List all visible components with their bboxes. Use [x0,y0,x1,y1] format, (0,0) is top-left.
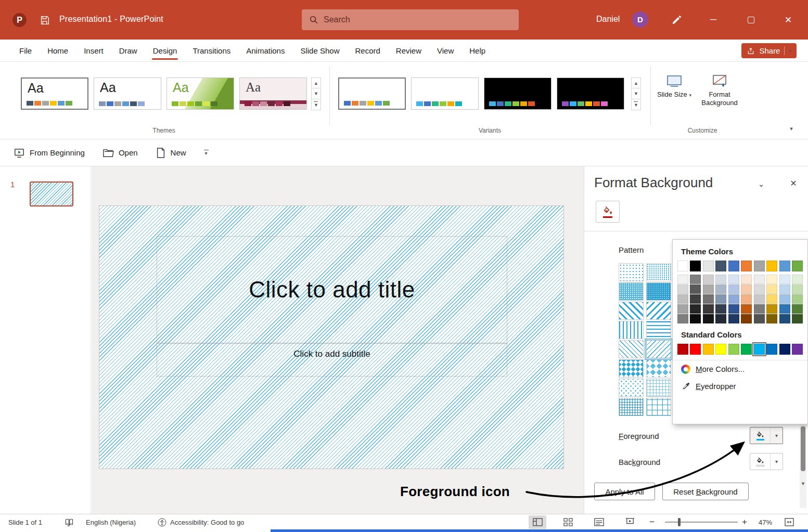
from-beginning-button[interactable]: From Beginning [14,147,85,159]
color-swatch[interactable] [766,275,777,284]
color-swatch[interactable] [677,284,688,294]
color-swatch[interactable] [766,261,777,271]
slide-canvas[interactable]: Click to add title Click to add subtitle [99,205,564,469]
zoom-slider-thumb[interactable] [678,518,681,526]
color-swatch[interactable] [728,261,739,271]
pattern-swatch-dashgrid[interactable] [646,379,671,397]
color-swatch[interactable] [766,314,777,323]
color-swatch[interactable] [779,314,790,323]
pen-icon[interactable] [669,12,685,27]
scrollbar-thumb[interactable] [801,426,805,471]
color-swatch[interactable] [703,284,714,294]
menu-item-transitions[interactable]: Transitions [185,40,238,61]
color-swatch[interactable] [766,304,777,314]
user-name[interactable]: Daniel [596,15,620,24]
color-swatch[interactable] [728,275,739,284]
color-swatch[interactable] [754,304,765,314]
chevron-down-icon[interactable]: ▾ [770,453,783,470]
slide-counter[interactable]: Slide 1 of 1 [8,514,42,530]
color-swatch[interactable] [690,294,701,304]
color-swatch[interactable] [792,284,803,294]
variant-thumbnail[interactable] [338,77,406,110]
color-swatch[interactable] [741,275,752,284]
toolbar-overflow-icon[interactable]: ▾ [204,150,209,155]
scroll-down-icon[interactable]: ▼ [631,88,641,99]
color-swatch[interactable] [754,314,765,323]
slide-size-button[interactable]: Slide Size ▾ [655,74,694,99]
scroll-up-icon[interactable]: ▲ [631,77,641,88]
reading-view-icon[interactable] [590,515,608,529]
color-swatch[interactable] [792,304,803,314]
color-swatch[interactable] [690,344,701,355]
foreground-color-button[interactable]: ▾ [750,427,783,444]
color-swatch[interactable] [741,261,752,271]
pattern-swatch-dots80[interactable] [646,282,671,301]
color-swatch[interactable] [715,314,726,323]
new-button[interactable]: New [156,147,186,159]
subtitle-placeholder[interactable]: Click to add subtitle [157,343,507,377]
normal-view-icon[interactable] [529,515,546,529]
color-swatch[interactable] [728,294,739,304]
slide-thumbnail[interactable] [30,181,73,206]
avatar[interactable]: D [632,11,648,28]
color-swatch[interactable] [690,275,701,284]
color-swatch[interactable] [741,294,752,304]
theme-thumbnail[interactable]: Aa [239,77,307,110]
color-swatch[interactable] [741,314,752,323]
menu-item-slide-show[interactable]: Slide Show [292,40,347,61]
zoom-percent[interactable]: 47% [759,514,772,530]
search-input[interactable] [324,15,511,24]
color-swatch[interactable] [728,304,739,314]
color-swatch[interactable] [715,275,726,284]
menu-item-design[interactable]: Design [145,40,185,61]
pane-close-icon[interactable]: ✕ [786,177,801,189]
accessibility-status[interactable]: Accessibility: Good to go [158,514,244,530]
color-swatch[interactable] [792,344,803,355]
chevron-down-icon[interactable]: ▾ [770,427,783,444]
color-swatch[interactable] [677,344,688,355]
scroll-down-icon[interactable]: ▼ [800,481,806,486]
color-swatch[interactable] [715,304,726,314]
close-button[interactable]: ✕ [776,0,800,40]
spellcheck-icon[interactable] [65,514,74,530]
pattern-swatch-gridlarge[interactable] [646,398,671,416]
pattern-swatch-dots10[interactable] [646,263,671,281]
color-swatch[interactable] [779,261,790,271]
color-swatch[interactable] [677,314,688,323]
color-swatch[interactable] [703,261,714,271]
more-colors-item[interactable]: More Colors... [677,360,803,378]
color-swatch[interactable] [741,304,752,314]
pattern-swatch-diamond[interactable] [619,379,644,397]
menu-item-animations[interactable]: Animations [238,40,292,61]
format-background-button[interactable]: Format Background [697,74,742,108]
pattern-swatch-diagupwide[interactable] [646,302,671,320]
save-icon[interactable] [37,13,52,28]
color-swatch[interactable] [728,314,739,323]
color-swatch[interactable] [715,344,726,355]
color-swatch[interactable] [703,304,714,314]
pane-chevron-down-icon[interactable]: ⌄ [754,178,768,190]
color-swatch[interactable] [754,344,765,355]
reset-background-button[interactable]: Reset Background [662,483,749,500]
color-swatch[interactable] [779,284,790,294]
theme-thumbnail[interactable]: Aa [94,77,161,110]
chevron-down-icon[interactable]: ▾ [789,48,791,54]
menu-item-help[interactable]: Help [461,40,493,61]
share-button[interactable]: Share ▾ [741,43,797,58]
color-swatch[interactable] [690,261,701,271]
fill-options-button[interactable] [596,201,620,223]
pattern-swatch-diagdownlight[interactable] [619,340,644,358]
color-swatch[interactable] [703,275,714,284]
color-swatch[interactable] [741,344,752,355]
apply-to-all-button[interactable]: Apply to All [594,483,655,500]
scroll-down-icon[interactable]: ▼ [311,88,321,99]
maximize-button[interactable] [739,0,763,40]
color-swatch[interactable] [677,275,688,284]
variant-thumbnail[interactable] [411,77,479,110]
powerpoint-logo-icon[interactable]: P [12,13,27,27]
title-placeholder[interactable]: Click to add title [157,236,507,343]
pattern-swatch-horiz[interactable] [646,321,671,339]
color-swatch[interactable] [703,314,714,323]
color-swatch[interactable] [754,261,765,271]
color-swatch[interactable] [754,294,765,304]
